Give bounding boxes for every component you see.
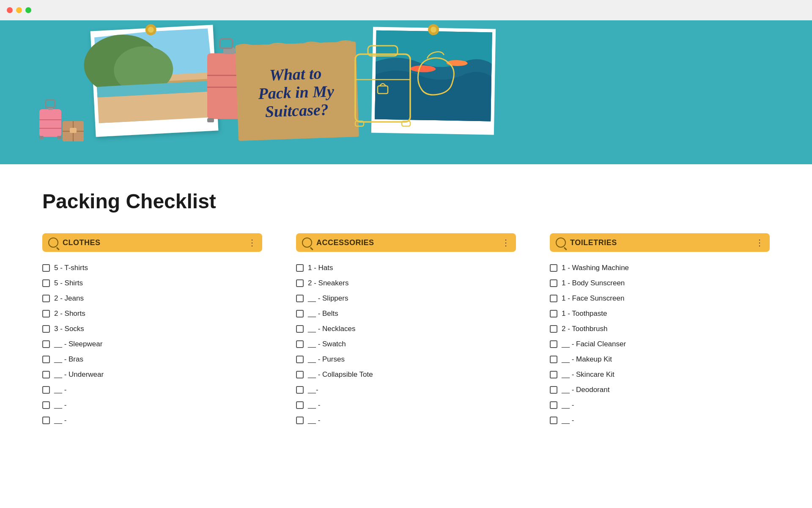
item-label: 2 - Shorts [54, 309, 85, 318]
checkbox[interactable] [550, 295, 557, 302]
list-item: 1 - Washing Machine [550, 260, 770, 276]
hero-banner: What to Pack in My Suitcase? [0, 20, 812, 164]
item-label: 3 - Socks [54, 325, 84, 333]
list-item: 2 - Toothbrush [550, 321, 770, 337]
list-item: 1 - Hats [296, 260, 516, 276]
item-label: __ - Skincare Kit [562, 370, 614, 379]
item-label: __ - [562, 416, 574, 425]
checkbox[interactable] [42, 371, 50, 378]
checkbox[interactable] [550, 356, 557, 363]
item-label: __ - Belts [308, 309, 338, 318]
item-label: 5 - Shirts [54, 279, 83, 287]
clothes-header: CLOTHES ⋮ [42, 233, 262, 252]
item-label: __ - [562, 401, 574, 409]
item-label: __ - Swatch [308, 340, 346, 348]
checkbox[interactable] [550, 371, 557, 378]
item-label: 1 - Body Sunscreen [562, 279, 625, 287]
accessories-header: ACCESSORIES ⋮ [296, 233, 516, 252]
item-label: __ - Purses [308, 355, 345, 364]
list-item: 2 - Jeans [42, 291, 262, 306]
list-item: __- [296, 382, 516, 398]
checkbox[interactable] [42, 417, 50, 424]
item-label: __ - Underwear [54, 370, 104, 379]
checkbox[interactable] [550, 386, 557, 394]
accessories-column: ACCESSORIES ⋮ 1 - Hats2 - Sneakers__ - S… [296, 233, 516, 428]
list-item: 1 - Face Sunscreen [550, 291, 770, 306]
list-item: __ - Swatch [296, 337, 516, 352]
clothes-list: 5 - T-shirts5 - Shirts2 - Jeans2 - Short… [42, 260, 262, 428]
checkbox[interactable] [296, 325, 304, 333]
list-item: 2 - Shorts [42, 306, 262, 321]
maximize-button[interactable] [25, 7, 31, 13]
clothes-menu[interactable]: ⋮ [248, 237, 256, 248]
list-item: __ - [42, 398, 262, 413]
list-item: __ - Bras [42, 352, 262, 367]
toiletries-list: 1 - Washing Machine1 - Body Sunscreen1 -… [550, 260, 770, 428]
toiletries-header: TOILETRIES ⋮ [550, 233, 770, 252]
checkbox[interactable] [296, 417, 304, 424]
checkbox[interactable] [42, 325, 50, 333]
item-label: 1 - Toothpaste [562, 309, 607, 318]
checkbox[interactable] [296, 279, 304, 287]
checkbox[interactable] [42, 279, 50, 287]
checkbox[interactable] [42, 356, 50, 363]
list-item: __ - Deodorant [550, 382, 770, 398]
checkbox[interactable] [42, 386, 50, 394]
clothes-label: CLOTHES [63, 238, 244, 247]
list-item: __ - [296, 398, 516, 413]
accessories-menu[interactable]: ⋮ [502, 237, 510, 248]
checkbox[interactable] [296, 310, 304, 318]
toiletries-label: TOILETRIES [570, 238, 751, 247]
checkbox[interactable] [550, 325, 557, 333]
item-label: 2 - Toothbrush [562, 325, 607, 333]
item-label: __ - Sleepwear [54, 340, 102, 348]
search-icon [556, 237, 566, 248]
checklist-columns: CLOTHES ⋮ 5 - T-shirts5 - Shirts2 - Jean… [42, 233, 770, 428]
item-label: __ - Slippers [308, 294, 348, 303]
checkbox[interactable] [42, 401, 50, 409]
checkbox[interactable] [296, 295, 304, 302]
checkbox[interactable] [296, 356, 304, 363]
checkbox[interactable] [296, 371, 304, 378]
checkbox[interactable] [550, 401, 557, 409]
checkbox[interactable] [550, 417, 557, 424]
list-item: 3 - Socks [42, 321, 262, 337]
list-item: __ - Facial Cleanser [550, 337, 770, 352]
list-item: __ - [42, 382, 262, 398]
checkbox[interactable] [550, 279, 557, 287]
checkbox[interactable] [296, 264, 304, 272]
list-item: __ - Collapsible Tote [296, 367, 516, 382]
titlebar [0, 0, 812, 20]
checkbox[interactable] [42, 310, 50, 318]
list-item: __ - [550, 413, 770, 428]
checkbox[interactable] [296, 401, 304, 409]
search-icon [48, 237, 58, 248]
item-label: __ - [308, 401, 320, 409]
checkbox[interactable] [42, 264, 50, 272]
accessories-list: 1 - Hats2 - Sneakers__ - Slippers__ - Be… [296, 260, 516, 428]
list-item: 1 - Body Sunscreen [550, 276, 770, 291]
item-label: __ - [54, 416, 66, 425]
toiletries-column: TOILETRIES ⋮ 1 - Washing Machine1 - Body… [550, 233, 770, 428]
close-button[interactable] [7, 7, 13, 13]
list-item: 5 - Shirts [42, 276, 262, 291]
checkbox[interactable] [550, 340, 557, 348]
minimize-button[interactable] [16, 7, 22, 13]
checkbox[interactable] [42, 295, 50, 302]
accessories-label: ACCESSORIES [316, 238, 497, 247]
item-label: 2 - Sneakers [308, 279, 348, 287]
page-title: Packing Checklist [42, 190, 770, 213]
checkbox[interactable] [296, 340, 304, 348]
toiletries-menu[interactable]: ⋮ [755, 237, 764, 248]
list-item: __ - Makeup Kit [550, 352, 770, 367]
list-item: __ - [42, 413, 262, 428]
list-item: 5 - T-shirts [42, 260, 262, 276]
list-item: __ - [296, 413, 516, 428]
list-item: __ - Belts [296, 306, 516, 321]
list-item: __ - Sleepwear [42, 337, 262, 352]
checkbox[interactable] [550, 310, 557, 318]
list-item: __ - Slippers [296, 291, 516, 306]
checkbox[interactable] [42, 340, 50, 348]
checkbox[interactable] [550, 264, 557, 272]
checkbox[interactable] [296, 386, 304, 394]
